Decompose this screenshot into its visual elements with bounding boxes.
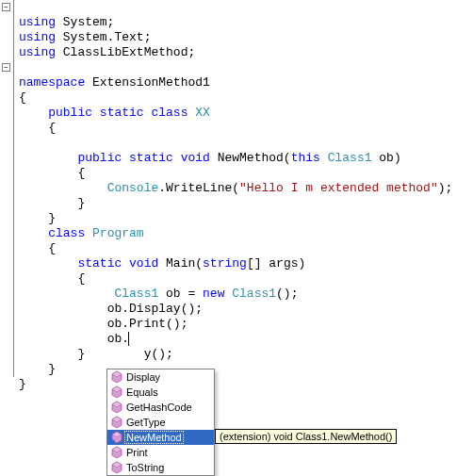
type-class1: Class1	[320, 151, 372, 165]
intellisense-item-label: Display	[124, 371, 160, 383]
method-icon	[109, 445, 124, 460]
intellisense-item-label: Equals	[124, 386, 158, 398]
method-icon	[109, 415, 124, 430]
method-icon	[109, 369, 124, 385]
intellisense-popup[interactable]: DisplayEqualsGetHashCodeGetTypeNewMethod…	[106, 369, 215, 476]
intellisense-item-label: NewMethod	[124, 431, 184, 444]
method-icon	[109, 460, 124, 475]
intellisense-tooltip: (extension) void Class1.NewMethod()	[215, 429, 397, 444]
intellisense-item-gethashcode[interactable]: GetHashCode	[107, 400, 214, 415]
intellisense-item-label: ToString	[124, 462, 164, 473]
intellisense-item-label: Print	[124, 447, 148, 458]
keyword-using: using	[19, 45, 56, 59]
extension-method-icon	[109, 430, 124, 445]
method-icon	[109, 400, 124, 415]
intellisense-item-equals[interactable]: Equals	[107, 385, 214, 400]
intellisense-item-label: GetType	[124, 417, 166, 428]
intellisense-item-label: GetHashCode	[124, 402, 192, 413]
method-icon	[109, 385, 124, 400]
intellisense-item-print[interactable]: Print	[107, 445, 214, 460]
keyword-using: using	[19, 15, 56, 29]
code-editor[interactable]: using System; using System.Text; using C…	[0, 0, 473, 392]
text-caret	[128, 332, 129, 346]
intellisense-item-newmethod[interactable]: NewMethod	[107, 430, 214, 445]
keyword-using: using	[19, 30, 56, 44]
type-xx: XX	[195, 106, 210, 120]
keyword-namespace: namespace	[19, 75, 85, 90]
intellisense-item-gettype[interactable]: GetType	[107, 415, 214, 430]
string-literal: "Hello I m extended method"	[239, 181, 438, 195]
intellisense-item-tostring[interactable]: ToString	[107, 460, 214, 475]
type-program: Program	[92, 226, 144, 240]
intellisense-item-display[interactable]: Display	[107, 369, 214, 385]
type-console: Console	[107, 181, 159, 195]
